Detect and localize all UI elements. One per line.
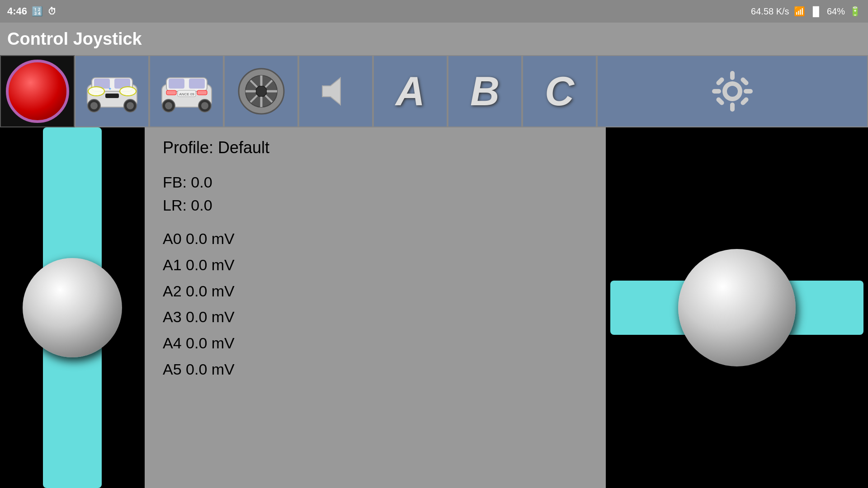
status-bar: 4:46 🔢 ⏱ 64.58 K/s 📶 ▐▌ 64% 🔋 [0, 0, 868, 23]
svg-point-9 [120, 87, 136, 96]
button-c[interactable]: C [522, 55, 597, 127]
wheel-icon [236, 66, 286, 116]
analog-values: A0 0.0 mVA1 0.0 mVA2 0.0 mVA3 0.0 mVA4 0… [163, 226, 588, 383]
analog-value: A3 0.0 mV [163, 304, 588, 330]
red-circle-icon [6, 60, 69, 123]
button-b[interactable]: B [448, 55, 522, 127]
car-back-icon: ANCE 09 [157, 69, 216, 114]
right-joystick[interactable] [606, 127, 868, 488]
svg-rect-10 [105, 94, 119, 98]
left-joystick[interactable] [0, 127, 145, 488]
car-back-button[interactable]: ANCE 09 [149, 55, 224, 127]
svg-point-19 [201, 102, 208, 109]
svg-point-5 [90, 102, 98, 109]
svg-rect-39 [730, 103, 735, 112]
left-joystick-ball[interactable] [23, 258, 122, 357]
settings-button[interactable] [597, 55, 868, 127]
battery-icon: 🔋 [849, 6, 861, 17]
time-display: 4:46 [7, 5, 27, 17]
svg-text:ANCE 09: ANCE 09 [179, 92, 194, 96]
right-joystick-ball[interactable] [678, 249, 796, 366]
svg-rect-15 [189, 79, 205, 89]
svg-text:✦: ✦ [108, 86, 112, 91]
svg-rect-20 [166, 90, 176, 95]
car-front-button[interactable]: ✦ [75, 55, 149, 127]
svg-point-37 [727, 86, 738, 97]
analog-value: A2 0.0 mV [163, 278, 588, 305]
app-title: Control Joystick [7, 29, 142, 49]
signal-icon: ▐▌ [810, 6, 822, 17]
wifi-icon: 📶 [794, 6, 805, 17]
button-a[interactable]: A [373, 55, 448, 127]
analog-value: A5 0.0 mV [163, 357, 588, 383]
svg-marker-35 [322, 78, 340, 105]
svg-rect-43 [740, 76, 749, 86]
svg-rect-44 [715, 96, 725, 106]
car-front-icon: ✦ [83, 69, 142, 114]
stop-button[interactable] [0, 55, 75, 127]
gear-icon [710, 69, 755, 114]
svg-rect-21 [197, 90, 207, 95]
analog-value: A0 0.0 mV [163, 226, 588, 252]
fb-value: FB: 0.0 [163, 171, 588, 194]
analog-value: A1 0.0 mV [163, 252, 588, 278]
center-panel: Profile: Default FB: 0.0 LR: 0.0 A0 0.0 … [145, 127, 606, 488]
svg-point-8 [88, 87, 104, 96]
main-content: Profile: Default FB: 0.0 LR: 0.0 A0 0.0 … [0, 127, 868, 488]
svg-point-7 [127, 102, 134, 109]
title-bar: Control Joystick [0, 23, 868, 55]
speaker-icon [318, 73, 354, 109]
wheel-button[interactable] [224, 55, 298, 127]
lr-value: LR: 0.0 [163, 194, 588, 217]
fb-lr-values: FB: 0.0 LR: 0.0 [163, 171, 588, 217]
svg-rect-41 [744, 89, 753, 94]
svg-point-17 [165, 102, 172, 109]
svg-rect-40 [712, 89, 721, 94]
svg-rect-14 [169, 79, 184, 89]
svg-rect-38 [730, 71, 735, 80]
extra-icon2: ⏱ [47, 6, 57, 17]
letter-a: A [396, 68, 425, 115]
letter-b: B [470, 68, 500, 115]
svg-rect-42 [715, 76, 725, 86]
speaker-button[interactable] [298, 55, 373, 127]
svg-rect-45 [740, 96, 749, 106]
toolbar: ✦ ANCE 09 [0, 55, 868, 127]
extra-icon1: 🔢 [32, 6, 43, 17]
status-right: 64.58 K/s 📶 ▐▌ 64% 🔋 [751, 6, 861, 17]
network-speed: 64.58 K/s [751, 6, 789, 17]
svg-point-26 [256, 86, 267, 97]
profile-label: Profile: Default [163, 138, 588, 157]
status-left: 4:46 🔢 ⏱ [7, 5, 57, 17]
battery-display: 64% [827, 6, 845, 17]
letter-c: C [545, 68, 574, 115]
analog-value: A4 0.0 mV [163, 330, 588, 357]
